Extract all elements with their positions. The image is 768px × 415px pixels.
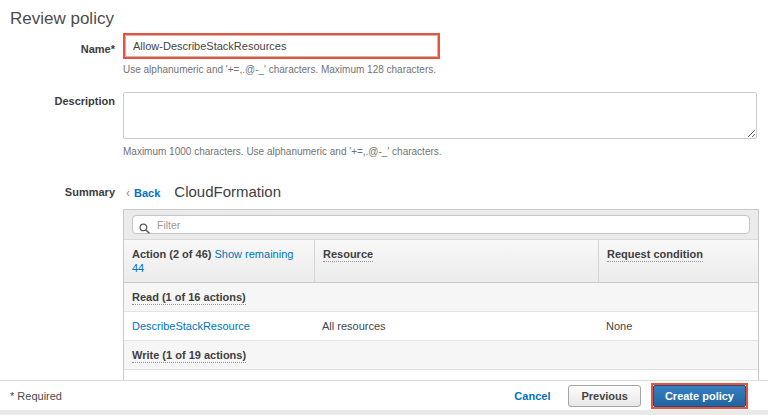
request-condition-cell: None (598, 312, 758, 340)
table-header-row: Action (2 of 46) Show remaining 44 Resou… (124, 240, 758, 283)
back-link[interactable]: ‹Back (126, 186, 160, 200)
table-row: DescribeStackResource All resources None (124, 312, 758, 341)
required-note: * Required (10, 390, 62, 402)
page-bottom-edge (0, 410, 768, 415)
create-policy-button[interactable]: Create policy (653, 385, 746, 407)
name-label: Name* (0, 33, 115, 55)
policy-summary-table: Action (2 of 46) Show remaining 44 Resou… (123, 209, 759, 399)
name-input-highlight (123, 33, 440, 59)
column-header-resource: Resource (314, 240, 598, 282)
previous-button[interactable]: Previous (568, 385, 640, 407)
policy-name-input[interactable] (125, 35, 438, 57)
policy-description-textarea[interactable] (123, 92, 757, 139)
description-field-row: Description Maximum 1000 characters. Use… (0, 92, 768, 157)
group-header-read: Read (1 of 16 actions) (124, 283, 758, 312)
name-field-row: Name* Use alphanumeric and '+=,.@-_' cha… (0, 33, 768, 75)
summary-label: Summary (0, 183, 115, 198)
chevron-left-icon: ‹ (126, 186, 130, 200)
back-link-label: Back (134, 187, 160, 199)
filter-bar (124, 210, 758, 240)
column-header-action: Action (2 of 46) Show remaining 44 (124, 240, 314, 282)
service-title: CloudFormation (174, 183, 281, 200)
name-help-text: Use alphanumeric and '+=,.@-_' character… (123, 64, 768, 75)
group-header-write: Write (1 of 19 actions) (124, 341, 758, 370)
page-title: Review policy (10, 9, 768, 29)
create-policy-highlight: Create policy (651, 383, 748, 409)
action-link-describestackresource[interactable]: DescribeStackResource (132, 320, 250, 332)
filter-input[interactable] (132, 215, 750, 234)
description-label: Description (0, 92, 115, 107)
description-help-text: Maximum 1000 characters. Use alphanumeri… (123, 146, 768, 157)
column-header-request-condition: Request condition (598, 240, 758, 282)
footer-bar: * Required Cancel Previous Create policy (0, 380, 768, 410)
review-policy-page: Review policy Name* Use alphanumeric and… (0, 0, 768, 415)
resource-cell: All resources (314, 312, 598, 340)
summary-section: Summary ‹Back CloudFormation (0, 183, 768, 399)
cancel-link[interactable]: Cancel (514, 390, 550, 402)
